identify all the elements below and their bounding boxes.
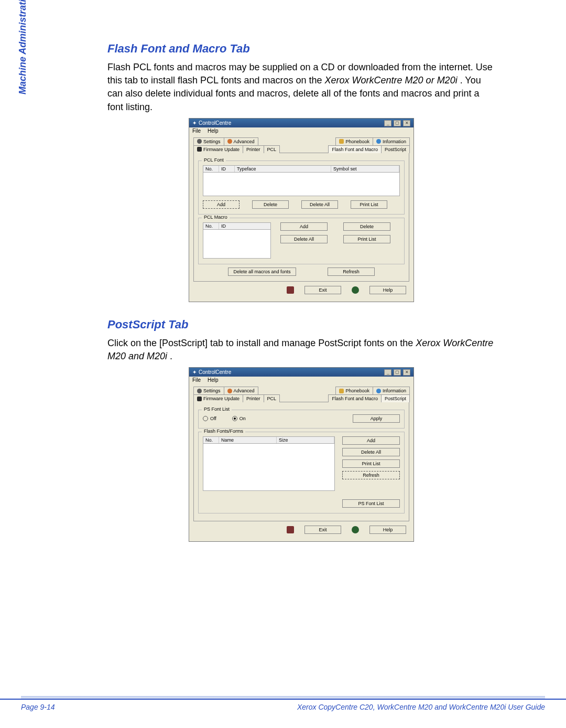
group-ps-font-list-label: PS Font List xyxy=(202,406,232,412)
flash-fonts-list-header: No. Name Size xyxy=(203,436,335,444)
tab-advanced-label-2: Advanced xyxy=(234,388,255,393)
radio-off-icon xyxy=(203,416,208,421)
help-icon-2 xyxy=(352,526,359,533)
pcl-font-delete-button[interactable]: Delete xyxy=(252,200,289,209)
apply-button[interactable]: Apply xyxy=(353,414,400,423)
screenshot-postscript: ✦ ControlCentre _ ▢ ✕ File Help Settings… xyxy=(189,367,414,542)
minimize-icon[interactable]: _ xyxy=(384,120,391,126)
gear-icon xyxy=(197,139,202,144)
minimize-icon-2[interactable]: _ xyxy=(384,369,391,376)
pcl-macro-print-list-button[interactable]: Print List xyxy=(343,235,390,243)
group-flash-fonts-forms-label: Flash Fonts/Forms xyxy=(202,429,245,434)
tab-settings-2[interactable]: Settings xyxy=(193,387,224,394)
window-title-2: ControlCentre xyxy=(199,369,231,375)
col-id: ID xyxy=(219,166,235,172)
menu-bar: File Help xyxy=(189,127,413,134)
tab-information-label-2: Information xyxy=(383,388,406,393)
section-title-postscript: PostScript Tab xyxy=(107,318,495,331)
page-footer: Page 9-14 Xerox CopyCentre C20, WorkCent… xyxy=(0,699,566,711)
tab-firmware-update-2[interactable]: Firmware Update xyxy=(193,394,243,402)
menu-help-2[interactable]: Help xyxy=(208,377,219,383)
pcl-font-list[interactable] xyxy=(203,173,400,196)
menu-file[interactable]: File xyxy=(192,128,201,134)
maximize-icon-2[interactable]: ▢ xyxy=(394,369,401,376)
tab-phonebook-label-2: Phonebook xyxy=(345,388,369,393)
close-icon-2[interactable]: ✕ xyxy=(403,369,410,376)
col-typeface: Typeface xyxy=(235,166,331,172)
sidebar-section-label: Machine Administration xyxy=(17,0,28,94)
ff-refresh-button[interactable]: Refresh xyxy=(342,471,400,479)
ps-font-list-button[interactable]: PS Font List xyxy=(342,499,400,508)
tab-postscript-label-2: PostScript xyxy=(385,396,406,401)
col-no: No. xyxy=(203,166,219,172)
tab-flash-font-macro[interactable]: Flash Font and Macro xyxy=(328,145,382,153)
group-pcl-macro: PCL Macro No. ID Add Delet xyxy=(198,218,405,264)
pcl-macro-add-button[interactable]: Add xyxy=(280,222,328,231)
menu-help[interactable]: Help xyxy=(208,128,219,134)
flash-fonts-list[interactable] xyxy=(203,444,335,491)
radio-on[interactable]: On xyxy=(232,416,246,421)
pcl-font-delete-all-button[interactable]: Delete All xyxy=(301,200,338,209)
tab-settings-label: Settings xyxy=(203,139,221,144)
group-pcl-font: PCL Font No. ID Typeface Symbol set Add … xyxy=(198,160,405,215)
col-symbolset: Symbol set xyxy=(331,166,399,172)
ff-print-list-button[interactable]: Print List xyxy=(342,459,400,468)
group-pcl-macro-label: PCL Macro xyxy=(202,215,230,220)
refresh-button[interactable]: Refresh xyxy=(328,267,375,276)
tab-flash-font-macro-2[interactable]: Flash Font and Macro xyxy=(328,394,382,402)
tab-firmware-update[interactable]: Firmware Update xyxy=(193,145,243,153)
window-titlebar: ✦ ControlCentre _ ▢ ✕ xyxy=(189,119,413,127)
pcl-macro-delete-all-button[interactable]: Delete All xyxy=(280,235,328,243)
close-icon[interactable]: ✕ xyxy=(403,120,410,126)
radio-off-label: Off xyxy=(210,416,216,421)
delete-all-macros-fonts-button[interactable]: Delete all macros and fonts xyxy=(228,267,296,276)
tab-pcl-label: PCL xyxy=(267,147,277,152)
tab-phonebook-2[interactable]: Phonebook xyxy=(335,387,373,394)
tab-firmware-label-2: Firmware Update xyxy=(203,396,240,401)
pcl-font-add-button[interactable]: Add xyxy=(203,200,240,209)
col-id-macro: ID xyxy=(219,223,270,229)
help-button[interactable]: Help xyxy=(369,286,406,294)
menu-file-2[interactable]: File xyxy=(192,377,201,383)
tab-postscript-label: PostScript xyxy=(385,147,406,152)
tab-pcl-2[interactable]: PCL xyxy=(264,394,280,402)
menu-bar-2: File Help xyxy=(189,377,413,383)
tab-information[interactable]: Information xyxy=(373,137,410,145)
tab-postscript-2[interactable]: PostScript xyxy=(381,394,410,402)
radio-on-icon xyxy=(232,416,237,421)
info-icon-2 xyxy=(376,389,381,393)
help-button-2[interactable]: Help xyxy=(369,526,406,534)
tab-printer-label-2: Printer xyxy=(246,396,260,401)
pcl-macro-list[interactable] xyxy=(203,230,271,259)
pcl-font-print-list-button[interactable]: Print List xyxy=(351,200,387,209)
tab-printer-2[interactable]: Printer xyxy=(243,394,264,402)
footer-guide-title: Xerox CopyCentre C20, WorkCentre M20 and… xyxy=(297,703,545,711)
exit-button[interactable]: Exit xyxy=(304,286,341,294)
col-no-ff: No. xyxy=(203,437,219,443)
gear-alt-icon xyxy=(227,139,232,144)
section1-paragraph: Flash PCL fonts and macros may be suppli… xyxy=(107,61,495,114)
exit-button-2[interactable]: Exit xyxy=(304,526,341,534)
tab-advanced-label: Advanced xyxy=(234,139,255,144)
info-icon xyxy=(376,139,381,144)
radio-on-label: On xyxy=(240,416,246,421)
maximize-icon[interactable]: ▢ xyxy=(394,120,401,126)
tab-postscript[interactable]: PostScript xyxy=(381,145,410,153)
footer-page-number: Page 9-14 xyxy=(21,703,55,711)
tab-information-2[interactable]: Information xyxy=(373,387,410,394)
tab-advanced[interactable]: Advanced xyxy=(224,137,258,145)
ff-delete-all-button[interactable]: Delete All xyxy=(342,448,400,456)
tab-phonebook[interactable]: Phonebook xyxy=(335,137,373,145)
tab-information-label: Information xyxy=(383,139,406,144)
tab-settings[interactable]: Settings xyxy=(193,137,224,145)
tab-pcl[interactable]: PCL xyxy=(264,145,280,153)
tab-flash-font-macro-label-2: Flash Font and Macro xyxy=(332,396,378,401)
exit-icon xyxy=(287,286,294,294)
pcl-macro-delete-button[interactable]: Delete xyxy=(343,222,390,231)
ff-add-button[interactable]: Add xyxy=(342,436,400,445)
tab-phonebook-label: Phonebook xyxy=(345,139,369,144)
gear-alt-icon-2 xyxy=(227,389,232,393)
tab-printer[interactable]: Printer xyxy=(243,145,264,153)
tab-advanced-2[interactable]: Advanced xyxy=(224,387,258,394)
radio-off[interactable]: Off xyxy=(203,416,216,421)
